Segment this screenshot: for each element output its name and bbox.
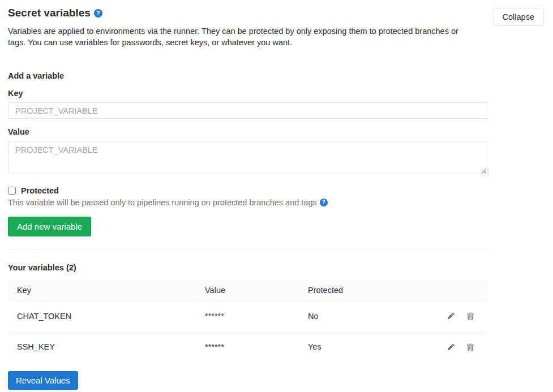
edit-variable-button[interactable] bbox=[447, 343, 455, 352]
page-title-text: Secret variables bbox=[8, 7, 91, 19]
add-new-variable-button[interactable]: Add new variable bbox=[8, 217, 91, 236]
pencil-icon bbox=[447, 312, 455, 321]
your-variables-heading: Your variables (2) bbox=[8, 263, 487, 272]
variables-table: Key Value Protected CHAT_TOKEN ****** No… bbox=[8, 280, 487, 362]
collapse-button[interactable]: Collapse bbox=[493, 8, 544, 26]
key-input[interactable] bbox=[8, 102, 487, 119]
value-label: Value bbox=[8, 127, 487, 136]
trash-icon bbox=[466, 312, 474, 321]
table-row: CHAT_TOKEN ****** No bbox=[8, 301, 487, 331]
key-label: Key bbox=[8, 89, 487, 98]
delete-variable-button[interactable] bbox=[466, 343, 474, 352]
protected-help-text: This variable will be passed only to pip… bbox=[8, 198, 317, 207]
column-header-value: Value bbox=[196, 280, 299, 301]
page-title: Secret variables ? bbox=[8, 7, 487, 19]
variable-protected: No bbox=[299, 301, 418, 331]
variable-key: SSH_KEY bbox=[8, 331, 196, 362]
table-header-row: Key Value Protected bbox=[8, 280, 487, 301]
pencil-icon bbox=[447, 343, 455, 352]
variable-key: CHAT_TOKEN bbox=[8, 301, 196, 331]
variable-protected: Yes bbox=[299, 331, 418, 362]
column-header-actions bbox=[418, 280, 487, 301]
column-header-key: Key bbox=[8, 280, 196, 301]
table-row: SSH_KEY ****** Yes bbox=[8, 331, 487, 362]
variable-value-masked: ****** bbox=[196, 301, 299, 331]
section-description: Variables are applied to environments vi… bbox=[8, 25, 478, 48]
protected-checkbox[interactable] bbox=[8, 187, 16, 195]
protected-label[interactable]: Protected bbox=[21, 186, 59, 195]
help-icon[interactable]: ? bbox=[94, 9, 102, 18]
edit-variable-button[interactable] bbox=[447, 312, 455, 321]
section-divider bbox=[8, 249, 487, 249]
secret-variables-section: Secret variables ? Variables are applied… bbox=[8, 0, 487, 390]
delete-variable-button[interactable] bbox=[466, 312, 474, 321]
reveal-values-button[interactable]: Reveal Values bbox=[8, 371, 78, 390]
value-textarea[interactable] bbox=[8, 141, 487, 174]
variable-value-masked: ****** bbox=[196, 331, 299, 362]
column-header-protected: Protected bbox=[299, 280, 418, 301]
trash-icon bbox=[466, 343, 474, 352]
protected-help-icon[interactable]: ? bbox=[320, 199, 328, 206]
add-variable-heading: Add a variable bbox=[8, 71, 487, 80]
